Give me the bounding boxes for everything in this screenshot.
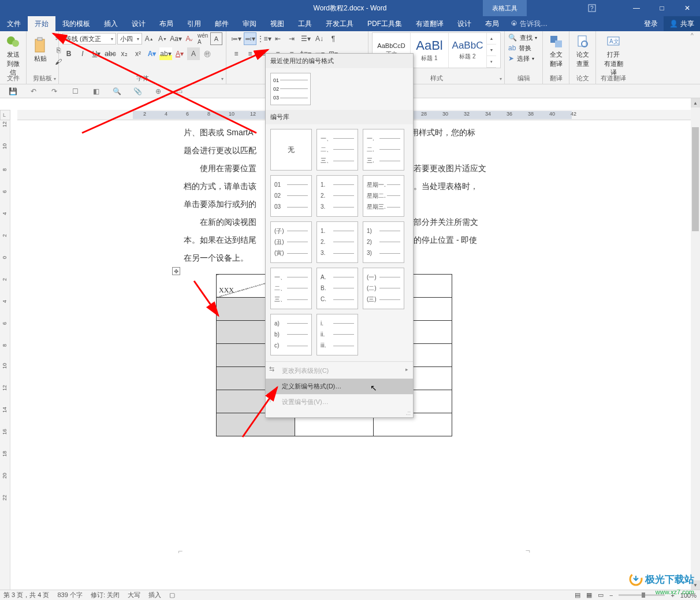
zoom-out-button[interactable]: − — [609, 592, 613, 599]
underline-button[interactable]: U▾ — [90, 47, 103, 60]
find-button[interactable]: 查找 — [520, 34, 533, 42]
tab-开始[interactable]: 开始 — [28, 16, 55, 31]
asian-layout-button[interactable]: ☰▾ — [299, 32, 312, 45]
qat-icon-6[interactable]: 🔍 — [112, 87, 121, 96]
paste-button[interactable]: 粘贴 — [30, 36, 51, 64]
increase-font-button[interactable]: A▲ — [143, 32, 155, 45]
decrease-font-button[interactable]: A▼ — [157, 32, 169, 45]
numbering-option[interactable]: (子)(丑)(寅) — [270, 221, 312, 263]
table-move-handle[interactable]: ✥ — [172, 267, 180, 275]
change-case-button[interactable]: Aa▾ — [170, 32, 182, 45]
define-new-number-format-item[interactable]: 定义新编号格式(D)… — [266, 379, 413, 394]
clear-formatting-button[interactable]: Aᵥ — [183, 32, 195, 45]
numbering-option[interactable]: 1.2.3. — [317, 175, 358, 217]
numbering-none-option[interactable]: 无 — [270, 129, 312, 171]
send-to-wechat-button[interactable]: 发送 到微信 — [3, 32, 23, 78]
vertical-scrollbar[interactable]: ▲ ▼ — [691, 98, 700, 590]
tab-插入[interactable]: 插入 — [97, 16, 125, 31]
tab-文件[interactable]: 文件 — [0, 16, 28, 31]
tab-邮件[interactable]: 邮件 — [208, 16, 236, 31]
qat-icon-4[interactable]: ☐ — [70, 87, 80, 96]
tab-设计[interactable]: 设计 — [125, 16, 152, 31]
text-effects-button[interactable]: A▾ — [146, 47, 158, 60]
style-item[interactable]: AaBbC标题 2 — [449, 33, 487, 68]
phonetic-guide-button[interactable]: wénA — [197, 32, 209, 45]
align-left-button[interactable]: ≡ — [230, 47, 243, 60]
window-minimize-button[interactable]: — — [624, 0, 649, 16]
macro-record-icon[interactable]: ▢ — [169, 591, 175, 599]
table-tools-context-tab[interactable]: 表格工具 — [483, 0, 527, 16]
tab-PDF工具集[interactable]: PDF工具集 — [360, 16, 409, 31]
strikethrough-button[interactable]: abc — [104, 47, 117, 60]
align-center-button[interactable]: ≡ — [244, 47, 256, 60]
highlight-button[interactable]: ab▾ — [159, 47, 172, 60]
qat-icon-8[interactable]: ⊕ — [154, 87, 163, 96]
font-name-combo[interactable]: 等线 (西文正▾ — [62, 33, 116, 45]
window-close-button[interactable]: ✕ — [675, 0, 700, 16]
track-changes-status[interactable]: 修订: 关闭 — [91, 591, 120, 599]
save-icon[interactable]: 💾 — [8, 87, 17, 96]
page-indicator[interactable]: 第 3 页，共 4 页 — [3, 591, 49, 599]
tab-审阅[interactable]: 审阅 — [236, 16, 263, 31]
qat-icon-7[interactable]: 📎 — [133, 87, 142, 96]
tab-工具[interactable]: 工具 — [291, 16, 319, 31]
word-count[interactable]: 839 个字 — [57, 591, 82, 599]
numbering-option[interactable]: (一)(二)(三) — [363, 268, 404, 309]
tab-引用[interactable]: 引用 — [180, 16, 208, 31]
italic-button[interactable]: I — [76, 47, 89, 60]
open-youdao-button[interactable]: A文 打开有道翻译 — [600, 32, 627, 78]
undo-icon[interactable]: ↶ — [29, 87, 38, 96]
numbering-option[interactable]: 1)2)3) — [363, 221, 404, 263]
replace-button[interactable]: 替换 — [519, 44, 531, 53]
collapse-ribbon-button[interactable]: ^ — [691, 32, 699, 40]
tab-开发工具[interactable]: 开发工具 — [319, 16, 360, 31]
character-shading-button[interactable]: A — [187, 47, 200, 60]
increase-indent-button[interactable]: ⇥ — [285, 32, 298, 45]
numbering-option[interactable]: a)b)c) — [270, 314, 312, 355]
numbering-option[interactable]: 一.二.三. — [363, 129, 404, 171]
style-more-button[interactable]: ▾ — [487, 56, 496, 68]
help-icon[interactable]: ? — [586, 0, 598, 16]
qat-icon-9[interactable]: ▭ — [174, 87, 184, 96]
numbering-option[interactable]: 1.2.3. — [317, 221, 358, 263]
bullets-button[interactable]: ≔▾ — [230, 32, 243, 45]
numbering-option[interactable]: 星期一.星期二.星期三. — [363, 175, 404, 217]
vertical-ruler[interactable]: 121086420246810121416182022 — [0, 120, 10, 590]
tab-有道翻译[interactable]: 有道翻译 — [409, 16, 450, 31]
numbering-button[interactable]: ≕▾ — [244, 32, 256, 45]
subscript-button[interactable]: x₂ — [118, 47, 131, 60]
style-item[interactable]: AaBl标题 1 — [411, 33, 449, 68]
share-button[interactable]: 👤共享 — [664, 16, 700, 31]
view-web-layout-button[interactable]: ▭ — [598, 591, 604, 599]
tab-我的模板[interactable]: 我的模板 — [55, 16, 97, 31]
recent-numbering-option[interactable]: 010203 — [270, 73, 311, 105]
qat-icon-5[interactable]: ◧ — [91, 87, 100, 96]
numbering-option[interactable]: i.ii.iii. — [317, 314, 358, 355]
tab-布局[interactable]: 布局 — [478, 16, 506, 31]
tab-设计[interactable]: 设计 — [450, 16, 478, 31]
tab-视图[interactable]: 视图 — [263, 16, 291, 31]
scroll-up-button[interactable]: ▲ — [691, 98, 700, 108]
style-next-button[interactable]: ▼ — [487, 45, 496, 56]
sort-button[interactable]: A↓ — [313, 32, 326, 45]
view-read-mode-button[interactable]: ▤ — [575, 591, 580, 599]
thesis-check-button[interactable]: 论文查重 — [573, 32, 592, 69]
numbering-option[interactable]: A.B.C. — [317, 268, 358, 309]
tell-me-input[interactable]: 告诉我… — [506, 16, 548, 31]
insert-mode-status[interactable]: 插入 — [148, 591, 161, 599]
login-button[interactable]: 登录 — [638, 19, 664, 29]
tab-布局[interactable]: 布局 — [152, 16, 180, 31]
character-border-button[interactable]: A — [210, 32, 222, 45]
view-print-layout-button[interactable]: ▦ — [586, 591, 592, 599]
font-size-combo[interactable]: 小四▾ — [117, 33, 142, 45]
full-translate-button[interactable]: 全文翻译 — [546, 32, 565, 69]
scrollbar-thumb[interactable] — [692, 127, 699, 231]
bold-button[interactable]: B — [62, 47, 75, 60]
decrease-indent-button[interactable]: ⇤ — [271, 32, 284, 45]
numbering-option[interactable]: 一、二、三、 — [317, 129, 358, 171]
redo-icon[interactable]: ↷ — [50, 87, 59, 96]
select-button[interactable]: 选择 — [517, 54, 530, 63]
font-color-button[interactable]: A▾ — [173, 47, 186, 60]
window-maximize-button[interactable]: □ — [649, 0, 675, 16]
show-marks-button[interactable]: ¶ — [327, 32, 340, 45]
